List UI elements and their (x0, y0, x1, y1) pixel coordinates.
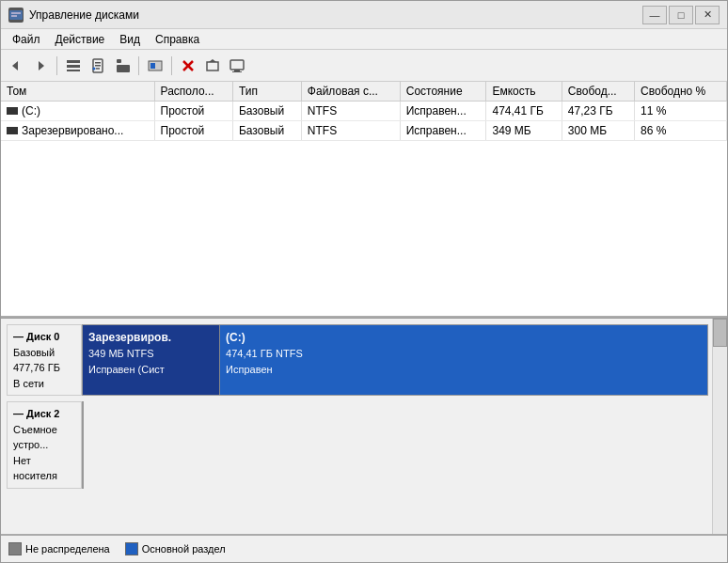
svg-rect-7 (67, 70, 80, 71)
disk2-content (82, 401, 84, 489)
disk0-status: В сети (13, 376, 75, 392)
back-button[interactable] (5, 55, 27, 77)
svg-rect-21 (230, 60, 244, 70)
disk2-status: Нет носителя (13, 453, 75, 484)
legend-unallocated-label: Не распределена (25, 543, 110, 555)
title-bar: Управление дисками — □ ✕ (1, 1, 727, 29)
svg-rect-10 (95, 65, 101, 67)
svg-rect-19 (207, 62, 218, 70)
cell-free-pct: 11 % (635, 102, 727, 121)
legend-unallocated: Не распределена (8, 542, 110, 555)
svg-rect-23 (232, 71, 242, 72)
partition-c-size: 474,41 ГБ NTFS (226, 346, 702, 362)
disk2-inner: — Диск 2 Съемное устро... Нет носителя (7, 401, 84, 489)
partition-reserved-size: 349 МБ NTFS (88, 346, 214, 362)
col-capacity[interactable]: Емкость (486, 82, 562, 102)
svg-marker-3 (12, 61, 18, 70)
close-button[interactable]: ✕ (695, 6, 720, 24)
col-free[interactable]: Свобод... (562, 82, 634, 102)
svg-rect-1 (11, 12, 21, 14)
delete-button[interactable] (177, 55, 199, 77)
svg-rect-14 (117, 65, 130, 72)
cell-free-pct: 86 % (635, 121, 727, 141)
menu-bar: Файл Действие Вид Справка (1, 29, 727, 50)
minimize-button[interactable]: — (642, 6, 667, 24)
window-controls: — □ ✕ (642, 6, 720, 24)
col-location[interactable]: Располо... (154, 82, 232, 102)
svg-marker-20 (209, 59, 216, 62)
menu-view[interactable]: Вид (112, 30, 148, 49)
cell-free: 300 МБ (562, 121, 634, 141)
cell-vol: Зарезервировано... (1, 121, 154, 141)
cell-location: Простой (154, 121, 232, 141)
disk2-row: — Диск 2 Съемное устро... Нет носителя (7, 401, 708, 489)
cell-fs: NTFS (301, 121, 400, 141)
table-row[interactable]: Зарезервировано... Простой Базовый NTFS … (1, 121, 727, 141)
toolbar (1, 50, 727, 82)
menu-help[interactable]: Справка (148, 30, 207, 49)
svg-marker-4 (39, 61, 44, 70)
cell-location: Простой (154, 102, 232, 121)
map-button[interactable] (144, 55, 166, 77)
svg-rect-5 (67, 60, 80, 63)
toolbar-sep-2 (138, 56, 139, 75)
maximize-button[interactable]: □ (669, 6, 693, 24)
main-window: Управление дисками — □ ✕ Файл Действие В… (0, 0, 728, 563)
window-title: Управление дисками (29, 8, 642, 22)
partition-reserved-status: Исправен (Сист (88, 362, 214, 378)
legend-primary: Основной раздел (125, 542, 226, 555)
col-status[interactable]: Состояние (400, 82, 486, 102)
partition-reserved-name: Зарезервиров. (88, 329, 214, 346)
properties-button[interactable] (87, 55, 109, 77)
svg-rect-13 (117, 59, 121, 63)
disk0-partitions: Зарезервиров. 349 МБ NTFS Исправен (Сист… (82, 324, 708, 396)
table-area[interactable]: Том Располо... Тип Файловая с... Состоян (1, 82, 727, 318)
disk-icon (7, 127, 18, 134)
toolbar-sep-1 (56, 56, 57, 75)
table-row[interactable]: (C:) Простой Базовый NTFS Исправен... 47… (1, 102, 727, 121)
partition-c[interactable]: (C:) 474,41 ГБ NTFS Исправен (220, 325, 707, 395)
col-type[interactable]: Тип (232, 82, 301, 102)
disk-map-area[interactable]: — Диск 0 Базовый 477,76 ГБ В сети Зарезе… (1, 318, 727, 534)
partition-reserved[interactable]: Зарезервиров. 349 МБ NTFS Исправен (Сист (83, 325, 220, 395)
forward-button[interactable] (29, 55, 52, 77)
legend-primary-label: Основной раздел (142, 543, 226, 555)
app-icon (8, 8, 24, 23)
col-free-pct[interactable]: Свободно % (635, 82, 727, 102)
disk2-label: — Диск 2 Съемное устро... Нет носителя (7, 401, 82, 489)
cell-type: Базовый (232, 121, 301, 141)
export-button[interactable] (201, 55, 224, 77)
svg-rect-6 (67, 65, 80, 68)
disk0-size: 477,76 ГБ (13, 360, 75, 376)
disk0-row: — Диск 0 Базовый 477,76 ГБ В сети Зарезе… (7, 324, 708, 396)
legend-unallocated-box (8, 542, 22, 555)
svg-rect-9 (95, 62, 101, 64)
disk0-label: — Диск 0 Базовый 477,76 ГБ В сети (7, 324, 82, 396)
menu-file[interactable]: Файл (5, 30, 48, 49)
display-button[interactable] (226, 55, 248, 77)
cell-capacity: 349 МБ (486, 121, 562, 141)
disk-map-scrollbar[interactable] (712, 319, 727, 534)
scroll-thumb[interactable] (713, 319, 727, 347)
toolbar-sep-3 (171, 56, 172, 75)
svg-rect-22 (234, 70, 240, 71)
disk-icon (7, 107, 18, 115)
menu-action[interactable]: Действие (48, 30, 113, 49)
view-button[interactable] (62, 55, 85, 77)
cell-free: 47,23 ГБ (562, 102, 634, 121)
disk2-title: — Диск 2 (13, 406, 75, 422)
svg-rect-12 (96, 68, 100, 70)
cell-capacity: 474,41 ГБ (486, 102, 562, 121)
svg-rect-16 (150, 63, 155, 69)
col-fs[interactable]: Файловая с... (301, 82, 400, 102)
svg-rect-2 (11, 15, 17, 17)
legend-primary-box (125, 542, 138, 555)
disk-table: Том Располо... Тип Файловая с... Состоян (1, 82, 727, 141)
partition-c-name: (C:) (226, 329, 702, 346)
cell-fs: NTFS (301, 102, 400, 121)
col-vol[interactable]: Том (1, 82, 154, 102)
partition-c-status: Исправен (226, 362, 702, 378)
refresh-button[interactable] (111, 55, 134, 77)
main-content: Том Располо... Тип Файловая с... Состоян (1, 82, 727, 562)
cell-status: Исправен... (400, 121, 486, 141)
